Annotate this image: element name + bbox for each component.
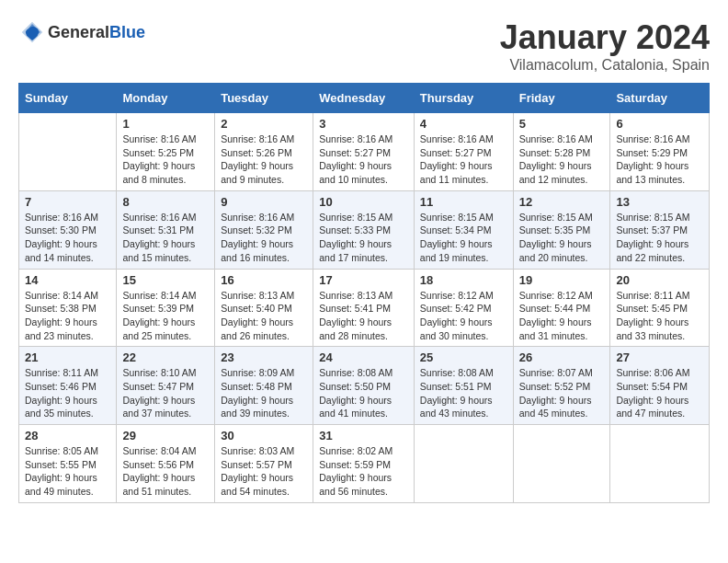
day-number: 30 — [221, 429, 307, 442]
day-info: Sunrise: 8:16 AMSunset: 5:32 PMDaylight:… — [221, 211, 307, 265]
day-number: 28 — [25, 429, 110, 442]
day-number: 11 — [420, 195, 507, 209]
day-info: Sunrise: 8:11 AMSunset: 5:45 PMDaylight:… — [616, 289, 703, 343]
day-number: 29 — [122, 429, 209, 442]
calendar-cell: 9Sunrise: 8:16 AMSunset: 5:32 PMDaylight… — [215, 190, 313, 269]
week-row-2: 7Sunrise: 8:16 AMSunset: 5:30 PMDaylight… — [19, 190, 710, 269]
day-number: 1 — [122, 117, 209, 131]
calendar-cell: 31Sunrise: 8:02 AMSunset: 5:59 PMDayligh… — [313, 425, 415, 503]
calendar-cell: 29Sunrise: 8:04 AMSunset: 5:56 PMDayligh… — [117, 425, 215, 503]
day-number: 21 — [25, 350, 110, 364]
day-number: 2 — [221, 117, 307, 131]
day-number: 17 — [319, 273, 408, 287]
location-subtitle: Vilamacolum, Catalonia, Spain — [500, 57, 710, 74]
calendar-cell — [610, 425, 710, 503]
calendar-cell: 20Sunrise: 8:11 AMSunset: 5:45 PMDayligh… — [610, 269, 710, 347]
header-row: SundayMondayTuesdayWednesdayThursdayFrid… — [19, 84, 710, 113]
day-info: Sunrise: 8:02 AMSunset: 5:59 PMDaylight:… — [319, 444, 408, 499]
day-info: Sunrise: 8:13 AMSunset: 5:41 PMDaylight:… — [319, 289, 408, 343]
column-header-saturday: Saturday — [610, 84, 710, 113]
logo-blue-text: Blue — [109, 23, 145, 41]
day-info: Sunrise: 8:12 AMSunset: 5:42 PMDaylight:… — [420, 289, 507, 343]
day-info: Sunrise: 8:08 AMSunset: 5:50 PMDaylight:… — [319, 366, 408, 420]
day-number: 16 — [221, 273, 307, 287]
day-info: Sunrise: 8:15 AMSunset: 5:37 PMDaylight:… — [616, 211, 703, 265]
day-number: 14 — [25, 273, 110, 287]
day-number: 5 — [519, 117, 605, 131]
calendar-cell: 13Sunrise: 8:15 AMSunset: 5:37 PMDayligh… — [610, 190, 710, 269]
day-info: Sunrise: 8:05 AMSunset: 5:55 PMDaylight:… — [25, 444, 110, 499]
logo-icon — [18, 18, 46, 46]
calendar-cell — [19, 113, 117, 191]
month-title: January 2024 — [500, 18, 710, 57]
calendar-cell: 21Sunrise: 8:11 AMSunset: 5:46 PMDayligh… — [19, 347, 117, 425]
day-number: 15 — [122, 273, 209, 287]
day-info: Sunrise: 8:16 AMSunset: 5:27 PMDaylight:… — [319, 132, 408, 187]
calendar-cell: 22Sunrise: 8:10 AMSunset: 5:47 PMDayligh… — [117, 347, 215, 425]
column-header-monday: Monday — [117, 84, 215, 113]
calendar-cell: 15Sunrise: 8:14 AMSunset: 5:39 PMDayligh… — [117, 269, 215, 347]
day-info: Sunrise: 8:10 AMSunset: 5:47 PMDaylight:… — [122, 366, 209, 420]
day-number: 7 — [25, 195, 110, 209]
day-number: 26 — [519, 350, 605, 364]
day-info: Sunrise: 8:14 AMSunset: 5:38 PMDaylight:… — [25, 289, 110, 343]
calendar-cell: 7Sunrise: 8:16 AMSunset: 5:30 PMDaylight… — [19, 190, 117, 269]
day-number: 31 — [319, 429, 408, 442]
calendar-cell: 8Sunrise: 8:16 AMSunset: 5:31 PMDaylight… — [117, 190, 215, 269]
day-number: 23 — [221, 350, 307, 364]
day-info: Sunrise: 8:09 AMSunset: 5:48 PMDaylight:… — [221, 366, 307, 420]
day-info: Sunrise: 8:13 AMSunset: 5:40 PMDaylight:… — [221, 289, 307, 343]
day-number: 25 — [420, 350, 507, 364]
calendar-cell: 18Sunrise: 8:12 AMSunset: 5:42 PMDayligh… — [414, 269, 513, 347]
day-number: 22 — [122, 350, 209, 364]
day-info: Sunrise: 8:14 AMSunset: 5:39 PMDaylight:… — [122, 289, 209, 343]
calendar-cell: 27Sunrise: 8:06 AMSunset: 5:54 PMDayligh… — [610, 347, 710, 425]
title-section: January 2024 Vilamacolum, Catalonia, Spa… — [500, 18, 710, 74]
calendar-cell: 4Sunrise: 8:16 AMSunset: 5:27 PMDaylight… — [414, 113, 513, 191]
calendar-cell — [513, 425, 610, 503]
calendar-cell: 5Sunrise: 8:16 AMSunset: 5:28 PMDaylight… — [513, 113, 610, 191]
day-number: 3 — [319, 117, 408, 131]
calendar-cell: 6Sunrise: 8:16 AMSunset: 5:29 PMDaylight… — [610, 113, 710, 191]
day-number: 13 — [616, 195, 703, 209]
column-header-friday: Friday — [513, 84, 610, 113]
calendar-cell: 17Sunrise: 8:13 AMSunset: 5:41 PMDayligh… — [313, 269, 415, 347]
day-number: 9 — [221, 195, 307, 209]
day-number: 4 — [420, 117, 507, 131]
calendar-cell: 26Sunrise: 8:07 AMSunset: 5:52 PMDayligh… — [513, 347, 610, 425]
day-number: 18 — [420, 273, 507, 287]
day-info: Sunrise: 8:15 AMSunset: 5:33 PMDaylight:… — [319, 211, 408, 265]
calendar-cell: 28Sunrise: 8:05 AMSunset: 5:55 PMDayligh… — [19, 425, 117, 503]
calendar-cell: 2Sunrise: 8:16 AMSunset: 5:26 PMDaylight… — [215, 113, 313, 191]
day-number: 24 — [319, 350, 408, 364]
day-info: Sunrise: 8:16 AMSunset: 5:30 PMDaylight:… — [25, 211, 110, 265]
day-info: Sunrise: 8:16 AMSunset: 5:25 PMDaylight:… — [122, 132, 209, 187]
week-row-4: 21Sunrise: 8:11 AMSunset: 5:46 PMDayligh… — [19, 347, 710, 425]
day-info: Sunrise: 8:16 AMSunset: 5:28 PMDaylight:… — [519, 132, 605, 187]
day-info: Sunrise: 8:12 AMSunset: 5:44 PMDaylight:… — [519, 289, 605, 343]
week-row-1: 1Sunrise: 8:16 AMSunset: 5:25 PMDaylight… — [19, 113, 710, 191]
day-info: Sunrise: 8:08 AMSunset: 5:51 PMDaylight:… — [420, 366, 507, 420]
calendar-cell: 10Sunrise: 8:15 AMSunset: 5:33 PMDayligh… — [313, 190, 415, 269]
day-info: Sunrise: 8:16 AMSunset: 5:27 PMDaylight:… — [420, 132, 507, 187]
column-header-tuesday: Tuesday — [215, 84, 313, 113]
calendar-cell: 16Sunrise: 8:13 AMSunset: 5:40 PMDayligh… — [215, 269, 313, 347]
day-info: Sunrise: 8:07 AMSunset: 5:52 PMDaylight:… — [519, 366, 605, 420]
calendar-cell: 11Sunrise: 8:15 AMSunset: 5:34 PMDayligh… — [414, 190, 513, 269]
logo: GeneralBlue — [18, 18, 145, 46]
week-row-5: 28Sunrise: 8:05 AMSunset: 5:55 PMDayligh… — [19, 425, 710, 503]
day-info: Sunrise: 8:15 AMSunset: 5:34 PMDaylight:… — [420, 211, 507, 265]
day-info: Sunrise: 8:16 AMSunset: 5:31 PMDaylight:… — [122, 211, 209, 265]
logo-general-text: General — [48, 23, 109, 41]
page-header: GeneralBlue January 2024 Vilamacolum, Ca… — [18, 18, 710, 74]
calendar-cell: 25Sunrise: 8:08 AMSunset: 5:51 PMDayligh… — [414, 347, 513, 425]
column-header-wednesday: Wednesday — [313, 84, 415, 113]
day-number: 20 — [616, 273, 703, 287]
calendar-cell: 1Sunrise: 8:16 AMSunset: 5:25 PMDaylight… — [117, 113, 215, 191]
day-info: Sunrise: 8:03 AMSunset: 5:57 PMDaylight:… — [221, 444, 307, 499]
day-number: 19 — [519, 273, 605, 287]
day-info: Sunrise: 8:11 AMSunset: 5:46 PMDaylight:… — [25, 366, 110, 420]
day-info: Sunrise: 8:04 AMSunset: 5:56 PMDaylight:… — [122, 444, 209, 499]
calendar-cell: 3Sunrise: 8:16 AMSunset: 5:27 PMDaylight… — [313, 113, 415, 191]
calendar-cell: 24Sunrise: 8:08 AMSunset: 5:50 PMDayligh… — [313, 347, 415, 425]
